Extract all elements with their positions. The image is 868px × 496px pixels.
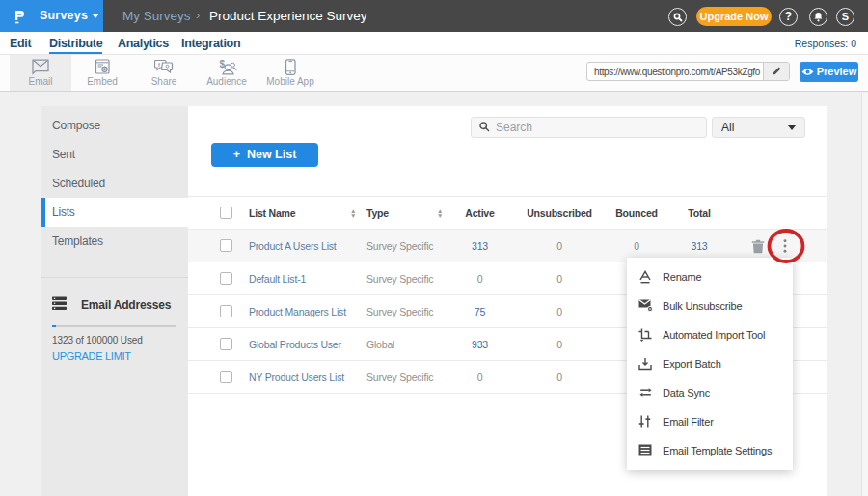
- svg-text:f: f: [158, 62, 160, 68]
